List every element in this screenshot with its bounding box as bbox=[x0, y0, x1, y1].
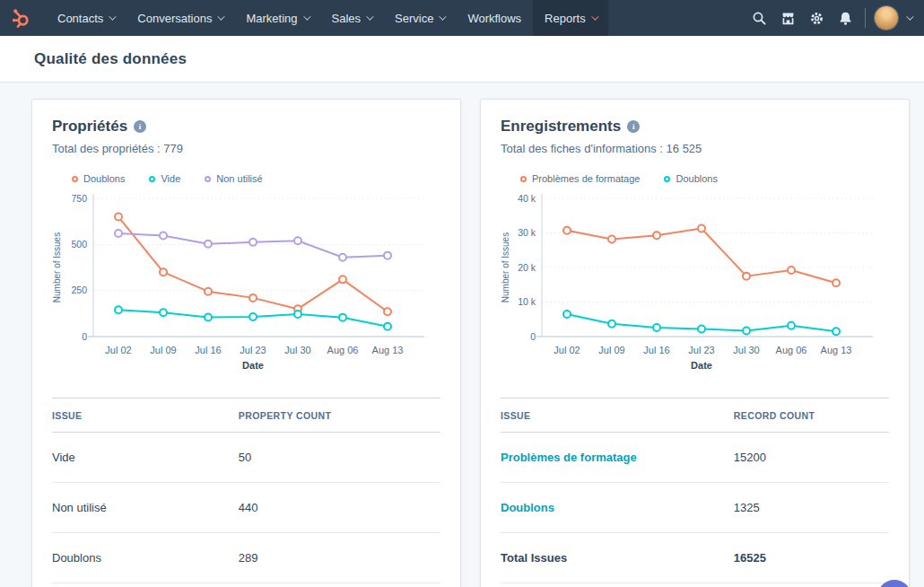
x-tick-label: Jul 09 bbox=[598, 345, 624, 355]
x-tick-label: Jul 09 bbox=[150, 345, 176, 355]
nav-menu: Contacts Conversations Marketing Sales S… bbox=[46, 0, 608, 36]
notifications-button[interactable] bbox=[831, 0, 859, 36]
properties-chart: 0250500750Jul 02Jul 09Jul 16Jul 23Jul 30… bbox=[52, 186, 442, 374]
column-header-issue: ISSUE bbox=[52, 410, 239, 421]
legend-label: Problèmes de formatage bbox=[532, 173, 640, 184]
info-icon[interactable]: i bbox=[627, 120, 640, 133]
chart-point-vide bbox=[294, 311, 301, 318]
card-subtitle: Total des propriétés : 779 bbox=[52, 142, 440, 155]
chevron-down-icon[interactable] bbox=[906, 13, 913, 20]
nav-item-workflows[interactable]: Workflows bbox=[456, 0, 533, 36]
nav-item-conversations[interactable]: Conversations bbox=[126, 0, 234, 36]
chart-line-probl-mes-de-formatage bbox=[567, 228, 836, 283]
legend-item-probl-mes-de-formatage[interactable]: Problèmes de formatage bbox=[520, 173, 640, 184]
records-table: ISSUE RECORD COUNT Problèmes de formatag… bbox=[501, 398, 889, 583]
chevron-down-icon bbox=[366, 13, 373, 20]
nav-item-service[interactable]: Service bbox=[383, 0, 456, 36]
chart-point-non-utilis- bbox=[115, 230, 122, 237]
avatar[interactable] bbox=[875, 6, 898, 30]
legend-label: Vide bbox=[161, 173, 180, 184]
table-row: Problèmes de formatage 15200 bbox=[501, 433, 889, 483]
count-cell: 1325 bbox=[734, 501, 889, 514]
chart-point-vide bbox=[205, 313, 212, 320]
chart-point-doublons bbox=[608, 320, 615, 328]
x-tick-label: Jul 23 bbox=[688, 345, 714, 355]
chart-point-probl-mes-de-formatage bbox=[653, 232, 660, 239]
legend-item-non-utilis-[interactable]: Non utilisé bbox=[205, 173, 262, 184]
legend-marker-icon bbox=[520, 176, 527, 182]
legend-label: Doublons bbox=[676, 173, 717, 184]
marketplace-button[interactable] bbox=[773, 0, 802, 36]
nav-item-label: Marketing bbox=[246, 12, 297, 25]
settings-button[interactable] bbox=[802, 0, 831, 36]
records-chart: 010 k20 k30 k40 kJul 02Jul 09Jul 16Jul 2… bbox=[501, 186, 891, 374]
hubspot-logo[interactable] bbox=[0, 0, 46, 36]
count-cell: 289 bbox=[239, 551, 440, 565]
chart-point-vide bbox=[160, 309, 167, 316]
gear-icon bbox=[809, 11, 824, 26]
chart-point-vide bbox=[339, 314, 346, 321]
legend-item-doublons[interactable]: Doublons bbox=[72, 173, 125, 184]
nav-item-label: Contacts bbox=[57, 12, 103, 25]
search-button[interactable] bbox=[745, 0, 773, 36]
nav-item-label: Sales bbox=[332, 12, 362, 25]
x-tick-label: Aug 06 bbox=[776, 345, 807, 355]
nav-item-marketing[interactable]: Marketing bbox=[234, 0, 319, 36]
y-tick-label: 750 bbox=[71, 193, 87, 204]
chart-point-non-utilis- bbox=[294, 237, 301, 244]
chart-point-probl-mes-de-formatage bbox=[698, 224, 705, 232]
total-count-cell: 16525 bbox=[734, 551, 889, 565]
y-tick-label: 500 bbox=[71, 239, 87, 250]
card-subtitle: Total des fiches d'informations : 16 525 bbox=[501, 142, 889, 155]
issue-link[interactable]: Problèmes de formatage bbox=[501, 451, 734, 464]
y-tick-label: 40 k bbox=[518, 193, 536, 204]
x-tick-label: Aug 06 bbox=[327, 345, 359, 355]
nav-item-reports[interactable]: Reports bbox=[533, 0, 608, 36]
chevron-down-icon bbox=[109, 13, 116, 20]
x-axis-title: Date bbox=[691, 360, 712, 371]
y-axis-title: Number of Issues bbox=[52, 232, 62, 302]
nav-item-label: Reports bbox=[545, 12, 586, 25]
table-row: Non utilisé 440 bbox=[52, 483, 440, 533]
search-icon bbox=[752, 11, 767, 26]
properties-card: Propriétés i Total des propriétés : 779 … bbox=[31, 99, 461, 587]
page-header: Qualité des données bbox=[0, 36, 924, 83]
info-icon[interactable]: i bbox=[134, 120, 146, 133]
count-cell: 440 bbox=[239, 501, 440, 514]
chart-legend: DoublonsVideNon utilisé bbox=[72, 173, 440, 184]
legend-item-doublons[interactable]: Doublons bbox=[664, 173, 717, 184]
sprocket-icon bbox=[10, 6, 31, 30]
page-title: Qualité des données bbox=[34, 50, 187, 68]
legend-item-vide[interactable]: Vide bbox=[149, 173, 180, 184]
chevron-down-icon bbox=[440, 13, 447, 20]
card-title: Enregistrements bbox=[501, 118, 621, 136]
nav-item-sales[interactable]: Sales bbox=[320, 0, 384, 36]
chevron-down-icon bbox=[218, 13, 225, 20]
issue-link[interactable]: Doublons bbox=[501, 501, 734, 514]
bell-icon bbox=[838, 11, 853, 26]
table-row-total: Total Issues 16525 bbox=[501, 533, 889, 583]
chart-point-non-utilis- bbox=[384, 252, 391, 259]
y-tick-label: 20 k bbox=[518, 262, 536, 273]
x-axis-title: Date bbox=[242, 360, 264, 371]
nav-right-section bbox=[745, 0, 924, 36]
chart-point-probl-mes-de-formatage bbox=[743, 273, 750, 280]
chart-point-doublons bbox=[384, 308, 391, 315]
x-tick-label: Aug 13 bbox=[372, 345, 404, 355]
chart-point-doublons bbox=[249, 294, 257, 302]
y-tick-label: 0 bbox=[530, 331, 536, 342]
chevron-down-icon bbox=[591, 13, 598, 20]
total-issues-cell: Total Issues bbox=[501, 551, 734, 565]
nav-item-contacts[interactable]: Contacts bbox=[46, 0, 126, 36]
chart-point-doublons bbox=[563, 311, 571, 318]
column-header-record-count: RECORD COUNT bbox=[734, 410, 889, 421]
chart-point-non-utilis- bbox=[249, 239, 257, 246]
chart-point-doublons bbox=[339, 276, 346, 283]
chart-point-doublons bbox=[832, 328, 840, 335]
x-tick-label: Jul 30 bbox=[733, 345, 759, 355]
chart-point-probl-mes-de-formatage bbox=[563, 227, 571, 234]
marketplace-icon bbox=[780, 11, 796, 26]
x-tick-label: Aug 13 bbox=[821, 345, 852, 355]
table-row: Doublons 1325 bbox=[501, 483, 889, 533]
nav-item-label: Service bbox=[395, 12, 433, 25]
